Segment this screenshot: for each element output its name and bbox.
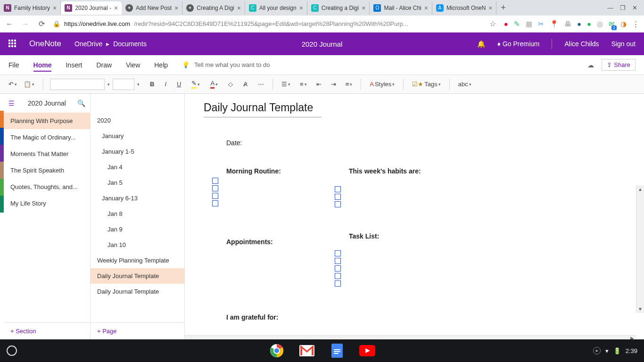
reload-button[interactable]: ⟳ [37,19,46,28]
browser-tab[interactable]: ✴Add New Post× [122,1,182,15]
battery-icon[interactable]: 🔋 [613,347,621,354]
ext-icon[interactable]: ▦ [526,20,532,28]
share-button[interactable]: ⇪Share [602,59,636,71]
morning-routine-label[interactable]: Morning Routine: [226,167,311,175]
add-section-button[interactable]: + Section [4,322,90,339]
checkbox[interactable] [335,258,341,264]
chrome-icon[interactable] [268,342,285,359]
vertical-scrollbar[interactable]: ▲▼ [636,185,644,313]
breadcrumb-item[interactable]: OneDrive [74,40,102,48]
spellcheck-button[interactable]: abc▾ [456,80,473,89]
hamburger-icon[interactable]: ☰ [8,99,15,107]
checkbox[interactable] [212,200,218,206]
format-painter-button[interactable]: A̷ [241,80,249,89]
color-tab[interactable] [0,145,4,162]
color-tab[interactable] [0,128,4,145]
breadcrumb[interactable]: OneDrive ▸ Documents [74,40,147,48]
section-item[interactable]: The Spirit Speaketh [4,162,90,179]
tray-add-icon[interactable]: + [593,347,601,354]
restore-button[interactable]: ❐ [620,4,626,11]
url-field[interactable]: 🔒 https://onedrive.live.com/redir?resid=… [53,20,481,27]
forward-button[interactable]: → [21,20,30,28]
ext-icon[interactable]: ◎ [597,20,603,28]
chevron-down-icon[interactable]: ▾ [137,82,140,87]
browser-tab[interactable]: OMail - Alice Chi× [370,1,432,15]
ext-icon[interactable]: 📍 [550,20,559,28]
checkbox[interactable] [335,273,341,279]
underline-button[interactable]: U [175,80,183,89]
back-button[interactable]: ← [5,20,14,28]
launcher-icon[interactable] [7,346,17,356]
more-icon[interactable]: ⋯ [256,80,266,89]
font-family-select[interactable] [50,79,105,90]
checkbox[interactable] [335,194,341,200]
color-tab[interactable] [0,179,4,196]
pinterest-icon[interactable]: ● [504,20,508,28]
menu-insert[interactable]: Insert [66,61,82,69]
checkbox[interactable] [212,178,218,184]
font-size-select[interactable] [113,79,134,90]
grateful-label[interactable]: I am grateful for: [226,313,625,321]
minimize-button[interactable]: — [607,4,613,11]
habits-label[interactable]: This week's habits are: [349,167,434,175]
bullets-button[interactable]: ☰▾ [280,80,292,89]
undo-button[interactable]: ↶▾ [7,80,19,89]
paste-button[interactable]: 📋▾ [22,80,36,89]
menu-view[interactable]: View [126,61,140,69]
page-item[interactable]: January 6-13 [91,190,184,206]
ext-icon[interactable]: ● [577,20,581,28]
menu-home[interactable]: Home [33,61,52,72]
browser-tab[interactable]: AMicrosoft OneN× [432,1,497,15]
browser-tab[interactable]: ✴Creating A Digi× [182,1,245,15]
outdent-button[interactable]: ⇤ [314,80,323,89]
color-tab[interactable] [0,162,4,179]
browser-tab-active[interactable]: N2020 Journal -× [61,1,122,15]
ext-icon[interactable]: ◑ [620,20,627,28]
close-icon[interactable]: × [488,5,492,11]
chevron-down-icon[interactable]: ▾ [107,82,110,87]
evernote-icon[interactable]: ✎ [514,20,520,28]
ext-icon[interactable]: ✂ [538,20,544,28]
browser-tab[interactable]: CCreating a Digi× [307,1,370,15]
ext-icon[interactable]: ● [587,20,591,28]
sync-icon[interactable]: ☁ [587,61,594,69]
align-button[interactable]: ≡▾ [344,80,355,89]
go-premium-link[interactable]: ♦ Go Premium [497,40,540,48]
checkbox[interactable] [335,250,341,256]
page-item[interactable]: Jan 8 [91,206,184,222]
font-color-button[interactable]: A▾ [208,79,220,90]
section-item[interactable]: Moments That Matter [4,146,90,162]
checkbox[interactable] [212,193,218,199]
page-item[interactable]: Jan 5 [91,175,184,190]
browser-tab[interactable]: CAll your design× [245,1,307,15]
page-title[interactable]: Daily Journal Template [204,101,322,117]
gmail-icon[interactable] [298,342,315,359]
page-item[interactable]: January [91,128,184,144]
menu-icon[interactable]: ⋮ [632,20,639,28]
styles-button[interactable]: AStyles▾ [368,80,396,89]
close-icon[interactable]: × [53,5,57,11]
close-icon[interactable]: × [174,5,178,11]
numbering-button[interactable]: ≡▾ [298,80,309,89]
close-icon[interactable]: × [362,5,365,11]
note-body[interactable]: Date: Morning Routine: This week's habit… [226,139,625,321]
page-item[interactable]: Weekly Planning Template [91,253,184,268]
scroll-up-icon[interactable]: ▲ [636,185,644,193]
clear-format-button[interactable]: ◇ [226,80,235,89]
checkbox[interactable] [335,201,341,207]
menu-help[interactable]: Help [154,61,168,69]
app-launcher-icon[interactable] [8,40,17,48]
add-page-button[interactable]: + Page [91,322,184,339]
page-item[interactable]: 2020 [91,113,184,128]
breadcrumb-item[interactable]: Documents [113,40,147,48]
close-icon[interactable]: × [424,5,428,11]
page-item[interactable]: Jan 10 [91,237,184,253]
youtube-icon[interactable] [359,342,376,359]
clock[interactable]: 2:39 [626,347,637,354]
page-item[interactable]: Daily Journal Template [91,284,184,299]
section-item[interactable]: Quotes, Thoughts, and... [4,179,90,195]
search-icon[interactable]: 🔍 [77,99,85,107]
highlight-button[interactable]: ✎▾ [190,79,202,90]
wifi-icon[interactable]: ▾ [605,347,609,354]
browser-tab[interactable]: NFamily History× [0,1,61,15]
